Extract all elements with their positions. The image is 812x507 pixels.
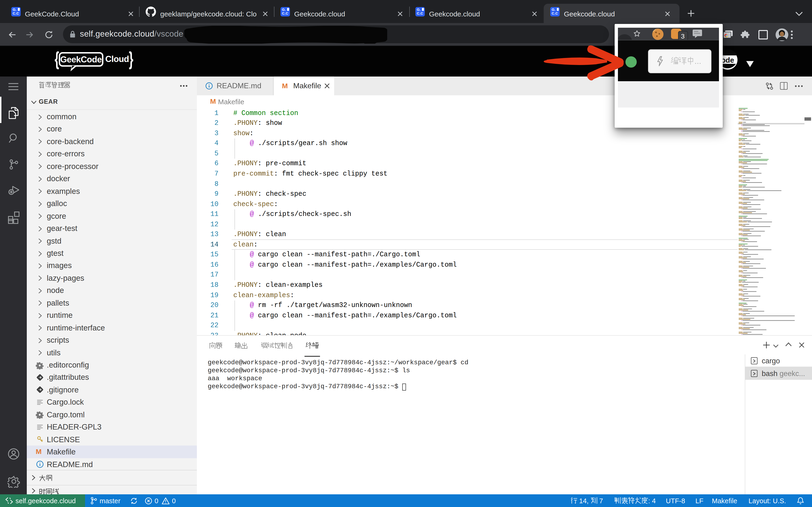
svg-text:ode: ode: [721, 56, 734, 64]
